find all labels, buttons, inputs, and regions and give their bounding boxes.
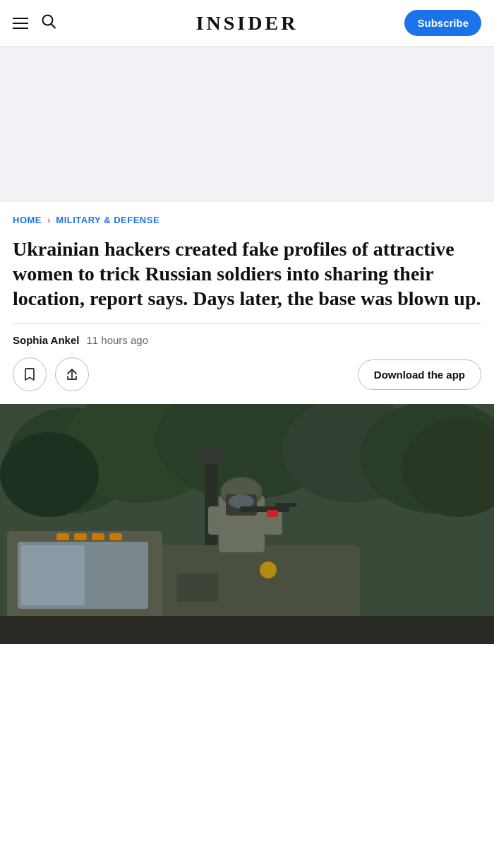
breadcrumb: HOME › MILITARY & DEFENSE	[13, 215, 481, 225]
svg-rect-17	[92, 533, 104, 540]
breadcrumb-separator: ›	[47, 215, 50, 225]
search-icon[interactable]	[41, 13, 56, 33]
publish-time: 11 hours ago	[86, 334, 148, 346]
header-left	[13, 13, 56, 33]
article-title: Ukrainian hackers created fake profiles …	[13, 237, 481, 311]
svg-point-14	[260, 561, 277, 578]
action-bar: Download the app	[13, 357, 481, 391]
breadcrumb-home[interactable]: HOME	[13, 215, 42, 225]
svg-line-1	[52, 24, 55, 28]
svg-point-8	[0, 432, 99, 517]
author-name: Sophia Ankel	[13, 334, 79, 346]
svg-rect-31	[176, 573, 219, 602]
svg-rect-15	[56, 533, 69, 540]
svg-rect-13	[21, 545, 85, 605]
svg-rect-28	[240, 506, 289, 512]
svg-rect-32	[0, 616, 494, 644]
header: INSIDER Subscribe	[0, 0, 494, 47]
article-image	[0, 404, 494, 644]
action-left	[13, 357, 89, 391]
svg-rect-16	[74, 533, 87, 540]
download-app-button[interactable]: Download the app	[358, 359, 481, 390]
divider	[13, 323, 481, 324]
share-button[interactable]	[55, 357, 89, 391]
svg-rect-20	[198, 446, 224, 464]
subscribe-button[interactable]: Subscribe	[404, 10, 481, 36]
breadcrumb-section[interactable]: MILITARY & DEFENSE	[56, 215, 159, 225]
svg-rect-29	[275, 503, 296, 507]
article-content: HOME › MILITARY & DEFENSE Ukrainian hack…	[0, 202, 494, 391]
svg-rect-18	[109, 533, 122, 540]
svg-rect-22	[208, 506, 226, 535]
svg-rect-30	[267, 510, 278, 517]
site-logo[interactable]: INSIDER	[196, 12, 299, 35]
bookmark-button[interactable]	[13, 357, 47, 391]
byline: Sophia Ankel 11 hours ago	[13, 334, 481, 346]
menu-icon[interactable]	[13, 18, 28, 29]
ad-banner	[0, 47, 494, 202]
